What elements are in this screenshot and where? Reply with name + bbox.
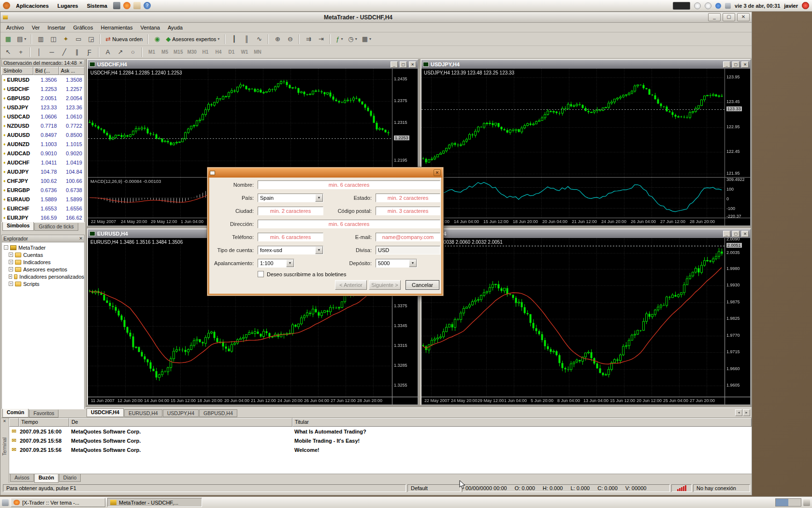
timeframe-m1[interactable]: M1 <box>145 47 158 57</box>
market-watch-row[interactable]: ♦AUDCHF1.04111.0419 <box>2 158 84 167</box>
menu-insertar[interactable]: Insertar <box>44 23 69 32</box>
tab-usdjpy-h4[interactable]: USDJPY,H4 <box>163 409 199 417</box>
menu-sistema[interactable]: Sistema <box>84 2 110 10</box>
indicators-button[interactable]: ƒ▾ <box>334 34 345 45</box>
horizontal-line-tool[interactable]: ─ <box>46 47 58 58</box>
cursor-tool[interactable]: ↖ <box>2 47 14 58</box>
chart-close-button[interactable]: ✕ <box>409 61 416 68</box>
close-button[interactable]: ✕ <box>737 13 750 21</box>
chart-minimize-button[interactable]: _ <box>723 61 730 68</box>
window-titlebar[interactable]: MetaTrader - USDCHF,H4 _ ▢ ✕ <box>0 12 752 23</box>
direccion-input[interactable] <box>258 220 440 228</box>
mail-row[interactable]: ✉2007.09.25 16:00MetaQuotes Software Cor… <box>9 427 752 436</box>
arrow-tool[interactable]: ↗ <box>115 47 126 58</box>
volume-icon[interactable] <box>725 3 731 9</box>
candlestick-button[interactable]: ║ <box>241 34 252 45</box>
user-name[interactable]: javier <box>784 3 798 9</box>
bar-chart-button[interactable]: ┃ <box>228 34 240 45</box>
data-window-button[interactable]: ◫ <box>47 34 59 45</box>
taskbar-item-browser[interactable]: [X-Trader :: Ver tema -... <box>11 498 105 507</box>
power-icon[interactable] <box>802 2 809 9</box>
timeframe-w1[interactable]: W1 <box>238 47 251 57</box>
terminal-button[interactable]: ▭ <box>72 34 84 45</box>
tab-gr-fico-de-ticks[interactable]: Gráfico de ticks <box>34 223 78 231</box>
chevron-down-icon[interactable]: ▼ <box>286 259 294 267</box>
market-watch-row[interactable]: ♦EURUSD1.35061.3508 <box>2 75 84 84</box>
chart-canvas[interactable] <box>421 69 750 225</box>
window-selector-applet[interactable] <box>673 2 690 10</box>
chart-titlebar[interactable]: USDJPY,H4_▢✕ <box>421 60 750 69</box>
market-watch-row[interactable]: ♦AUDUSD0.84970.8500 <box>2 130 84 139</box>
strategy-tester-button[interactable]: ◲ <box>85 34 97 45</box>
tab-buz-n[interactable]: Buzón <box>34 474 58 483</box>
tree-item-cuentas[interactable]: +Cuentas <box>2 251 84 258</box>
close-icon[interactable]: ✕ <box>79 236 83 241</box>
market-watch-row[interactable]: ♦AUDJPY104.78104.84 <box>2 167 84 176</box>
nombre-input[interactable] <box>258 180 440 189</box>
mail-row[interactable]: ✉2007.09.25 15:56MetaQuotes Software Cor… <box>9 445 752 454</box>
market-watch-row[interactable]: ♦EURCHF1.65531.6556 <box>2 204 84 213</box>
subscribe-checkbox[interactable] <box>258 271 264 277</box>
market-watch-header[interactable]: Observación del mercado: 14:48 ✕ <box>1 59 85 67</box>
fibonacci-tool[interactable]: Ƒ <box>84 47 95 58</box>
chevron-down-icon[interactable]: ▼ <box>315 194 323 202</box>
tree-item-scripts[interactable]: +Scripts <box>2 280 84 287</box>
market-watch-row[interactable]: ♦NZDUSD0.77180.7722 <box>2 121 84 130</box>
status-profile[interactable]: Default <box>407 484 461 492</box>
market-watch-row[interactable]: ♦GBPUSD2.00512.0054 <box>2 93 84 103</box>
market-watch-column-0[interactable]: Símbolo <box>1 67 33 75</box>
expand-icon[interactable]: + <box>9 260 13 264</box>
menu-lugares[interactable]: Lugares <box>55 2 81 10</box>
apalancamiento-select[interactable]: 1:100 ▼ <box>258 259 294 268</box>
chart-minimize-button[interactable]: _ <box>391 61 398 68</box>
tab-com-n[interactable]: Común <box>2 409 29 418</box>
navigator-button[interactable]: ✦ <box>60 34 72 45</box>
tree-root-metatrader[interactable]: -MetaTrader <box>2 244 84 251</box>
timeframe-h1[interactable]: H1 <box>199 47 212 57</box>
periods-button[interactable]: ◷▾ <box>346 34 359 45</box>
ciudad-input[interactable] <box>258 207 323 215</box>
chart-restore-button[interactable]: ▢ <box>732 61 740 68</box>
new-chart-button[interactable]: ▦ <box>2 34 14 45</box>
chart-window-usdjpy-h4[interactable]: USDJPY,H4_▢✕USDJPY,H4 123.39 123.48 123.… <box>420 59 751 226</box>
chart-shift-button[interactable]: ⇥ <box>315 34 327 45</box>
tipo-cuenta-select[interactable]: forex-usd ▼ <box>258 246 323 254</box>
chart-restore-button[interactable]: ▢ <box>732 231 740 237</box>
expand-icon[interactable]: + <box>9 267 13 271</box>
mail-launcher-icon[interactable] <box>133 2 141 9</box>
menu-gr-ficos[interactable]: Gráficos <box>70 23 97 32</box>
templates-button[interactable]: ▦▾ <box>360 34 373 45</box>
scroll-left-icon[interactable]: ◂ <box>735 409 742 416</box>
tab-favoritos[interactable]: Favoritos <box>29 410 58 418</box>
expand-icon[interactable]: + <box>9 274 12 279</box>
enable-experts-icon[interactable]: ◉ <box>151 34 163 45</box>
chart-titlebar[interactable]: USDCHF,H4_▢✕ <box>88 60 418 69</box>
firefox-launcher-icon[interactable] <box>123 2 130 9</box>
back-button[interactable]: < Anterior <box>335 280 367 290</box>
show-desktop-icon[interactable] <box>2 499 9 506</box>
pais-select[interactable]: Spain ▼ <box>258 194 323 202</box>
next-button[interactable]: Siguiente > <box>369 280 401 290</box>
chart-window-sd-h4[interactable]: SD,H4_▢✕SD,H4 2.0038 2.0060 2.0032 2.005… <box>420 228 751 405</box>
timeframe-m5[interactable]: M5 <box>159 47 171 57</box>
market-watch-row[interactable]: ♦USDCHF1.22531.2257 <box>2 84 84 93</box>
telefono-input[interactable] <box>258 233 323 241</box>
expert-advisors-button[interactable]: ◆Asesores expertos▾ <box>164 34 221 45</box>
chart-canvas[interactable] <box>421 238 750 404</box>
expand-icon[interactable]: + <box>9 253 13 257</box>
auto-scroll-button[interactable]: ⇉ <box>303 34 314 45</box>
collapse-icon[interactable]: - <box>4 245 8 250</box>
shapes-tool[interactable]: ○ <box>127 47 139 58</box>
maximize-button[interactable]: ▢ <box>723 13 735 21</box>
vertical-line-tool[interactable]: │ <box>33 47 45 58</box>
zoom-out-button[interactable]: ⊖ <box>284 34 296 45</box>
market-watch-row[interactable]: ♦EURJPY166.59166.62 <box>2 213 84 222</box>
tab-eurusd-h4[interactable]: EURUSD,H4 <box>124 409 162 417</box>
chart-titlebar[interactable]: SD,H4_▢✕ <box>421 229 750 238</box>
chart-close-button[interactable]: ✕ <box>741 61 749 68</box>
market-watch-button[interactable]: ▥ <box>35 34 46 45</box>
terminal-column-titular[interactable]: Titular <box>292 418 752 427</box>
terminal-icon-column[interactable] <box>9 418 19 427</box>
workspace-switcher[interactable] <box>775 498 801 507</box>
codigo-postal-input[interactable] <box>376 207 440 215</box>
